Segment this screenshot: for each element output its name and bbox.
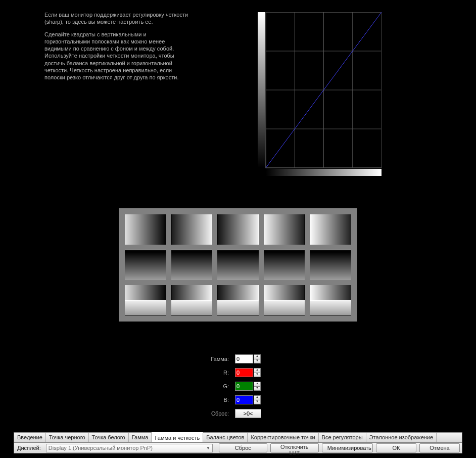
chevron-down-icon: ▼	[206, 446, 210, 450]
tab-black-point[interactable]: Точка черного	[46, 433, 89, 442]
b-spin-up[interactable]: ▲	[254, 395, 261, 400]
disable-lut-button[interactable]: Отключить LUT	[270, 443, 319, 452]
reset-label: Сброс:	[200, 410, 235, 417]
gamma-spin-up[interactable]: ▲	[254, 354, 261, 359]
sharpness-cell	[125, 250, 166, 280]
sharpness-test-panel	[119, 208, 357, 322]
display-select-value: Display 1 (Универсальный монитор PnP)	[49, 445, 153, 451]
chart-x-gradient	[266, 169, 382, 176]
gamma-curve-chart	[258, 12, 382, 176]
bottom-toolbar: Дисплей: Display 1 (Универсальный монито…	[14, 442, 462, 453]
sharpness-cell	[217, 250, 259, 280]
tab-gamma[interactable]: Гамма	[129, 433, 152, 442]
instructions-p2: Сделайте квадраты с вертикальными и гори…	[44, 31, 191, 81]
gamma-input[interactable]	[235, 354, 253, 363]
ok-button[interactable]: ОК	[376, 443, 416, 452]
sharpness-cell	[310, 214, 351, 245]
sharpness-cell	[217, 214, 259, 245]
instructions-p1: Если ваш монитор поддерживает регулировк…	[44, 11, 191, 26]
tab-reference-image[interactable]: Эталонное изображение	[366, 433, 437, 442]
b-spin-down[interactable]: ▼	[254, 400, 261, 404]
sharpness-cell	[264, 214, 305, 245]
g-spin-down[interactable]: ▼	[254, 386, 261, 391]
display-label: Дисплей:	[16, 445, 43, 451]
sharpness-cell	[171, 214, 213, 245]
tab-color-balance[interactable]: Баланс цветов	[203, 433, 248, 442]
gamma-controls: Гамма: ▲ ▼ R: ▲ ▼ G: ▲ ▼ B:	[200, 354, 291, 422]
sharpness-cell	[171, 250, 213, 280]
r-spin-down[interactable]: ▼	[254, 373, 261, 377]
sharpness-cell	[217, 285, 259, 315]
cancel-button[interactable]: Отмена	[419, 443, 460, 452]
tab-intro[interactable]: Введение	[14, 433, 46, 442]
r-label: R:	[200, 370, 235, 376]
g-label: G:	[200, 383, 235, 389]
tab-bar: Введение Точка черного Точка белого Гамм…	[14, 432, 462, 442]
tab-white-point[interactable]: Точка белого	[89, 433, 129, 442]
r-input[interactable]	[235, 368, 253, 377]
b-input[interactable]	[235, 395, 253, 404]
sharpness-cell	[264, 250, 305, 280]
sharpness-cell	[125, 214, 166, 245]
reset-button[interactable]: >0<	[235, 409, 261, 418]
sharpness-cell	[125, 285, 166, 315]
tab-gamma-sharpness[interactable]: Гамма и четкость	[152, 432, 203, 442]
reset-bottom-button[interactable]: Сброс	[219, 443, 267, 452]
sharpness-cell	[264, 285, 305, 315]
sharpness-cell	[310, 250, 351, 280]
minimize-button[interactable]: Минимизировать	[322, 443, 373, 452]
g-spin-up[interactable]: ▲	[254, 382, 261, 386]
b-label: B:	[200, 397, 235, 403]
g-input[interactable]	[235, 382, 253, 391]
gamma-spin-down[interactable]: ▼	[254, 359, 261, 363]
display-select[interactable]: Display 1 (Универсальный монитор PnP) ▼	[46, 444, 213, 452]
tab-all-regulators[interactable]: Все регуляторы	[319, 433, 366, 442]
chart-y-gradient	[258, 12, 265, 168]
sharpness-cell	[171, 285, 213, 315]
tab-correction-points[interactable]: Корректировочные точки	[248, 433, 318, 442]
r-spin-up[interactable]: ▲	[254, 368, 261, 373]
sharpness-cell	[310, 285, 351, 315]
instructions-text: Если ваш монитор поддерживает регулировк…	[44, 11, 191, 86]
gamma-label: Гамма:	[200, 356, 235, 362]
